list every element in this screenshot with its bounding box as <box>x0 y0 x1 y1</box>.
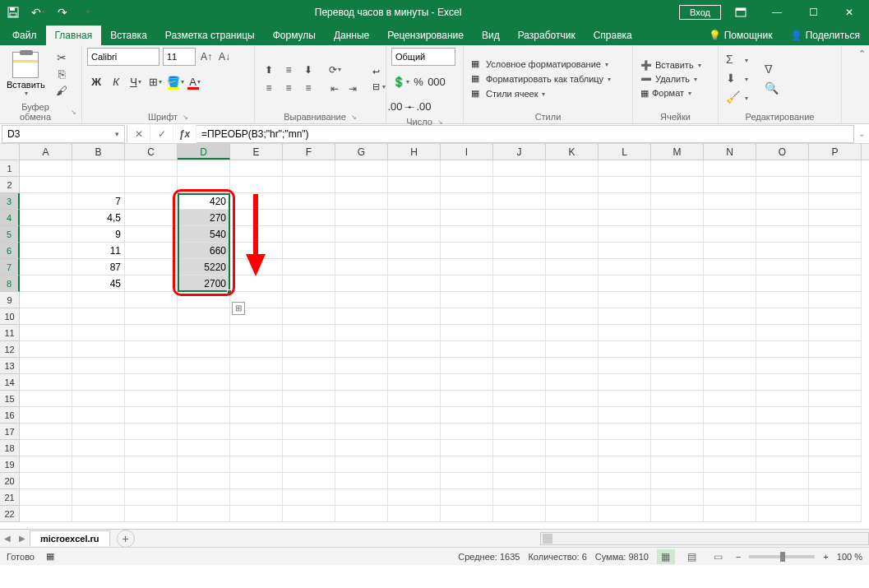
cell-D19[interactable] <box>178 456 230 473</box>
cell-L18[interactable] <box>599 440 651 456</box>
collapse-ribbon-button[interactable]: ⌃ <box>858 49 866 59</box>
cell-B8[interactable]: 45 <box>72 275 125 292</box>
cell-H16[interactable] <box>388 407 441 424</box>
fill-color-button[interactable]: 🪣▾ <box>166 72 184 90</box>
cell-O15[interactable] <box>756 391 809 407</box>
cell-L11[interactable] <box>599 325 651 341</box>
font-color-button[interactable]: A▾ <box>186 72 204 90</box>
enter-formula-button[interactable]: ✓ <box>150 125 173 143</box>
increase-indent-button[interactable]: ⇥ <box>344 81 362 97</box>
row-header-19[interactable]: 19 <box>0 456 20 473</box>
cell-E3[interactable] <box>230 193 283 210</box>
cell-P4[interactable] <box>809 210 862 226</box>
cell-D16[interactable] <box>178 407 230 424</box>
cell-I17[interactable] <box>441 424 493 440</box>
autofill-options-button[interactable]: ⊞ <box>232 302 245 315</box>
tab-home[interactable]: Главная <box>46 25 102 45</box>
col-header-L[interactable]: L <box>599 144 651 160</box>
cell-F16[interactable] <box>283 407 335 424</box>
format-as-table-button[interactable]: ▦Форматировать как таблицу▾ <box>469 72 613 86</box>
cell-D14[interactable] <box>178 374 230 391</box>
cell-F6[interactable] <box>283 243 335 259</box>
cell-F5[interactable] <box>283 226 335 243</box>
cell-K21[interactable] <box>546 489 599 506</box>
percent-button[interactable]: % <box>409 72 428 90</box>
cell-P11[interactable] <box>809 325 862 341</box>
col-header-C[interactable]: C <box>125 144 178 160</box>
cell-I4[interactable] <box>441 210 493 226</box>
row-header-13[interactable]: 13 <box>0 358 20 374</box>
cell-M15[interactable] <box>651 391 704 407</box>
cell-P3[interactable] <box>809 193 862 210</box>
cell-N15[interactable] <box>704 391 756 407</box>
cell-J12[interactable] <box>493 341 546 358</box>
cell-K20[interactable] <box>546 473 599 489</box>
cell-A1[interactable] <box>20 160 72 177</box>
cell-P14[interactable] <box>809 374 862 391</box>
cell-I18[interactable] <box>441 440 493 456</box>
cell-C10[interactable] <box>125 308 178 325</box>
comma-button[interactable]: 000 <box>428 72 446 90</box>
cell-C22[interactable] <box>125 506 178 522</box>
cell-D8[interactable]: 2700 <box>178 275 230 292</box>
row-header-16[interactable]: 16 <box>0 407 20 424</box>
cell-K8[interactable] <box>546 275 599 292</box>
cell-I21[interactable] <box>441 489 493 506</box>
cell-D18[interactable] <box>178 440 230 456</box>
cell-P21[interactable] <box>809 489 862 506</box>
cell-G7[interactable] <box>335 259 388 275</box>
row-header-14[interactable]: 14 <box>0 374 20 391</box>
cell-P1[interactable] <box>809 160 862 177</box>
currency-button[interactable]: 💲▾ <box>391 72 409 90</box>
cell-E7[interactable] <box>230 259 283 275</box>
cell-F3[interactable] <box>283 193 335 210</box>
cell-A10[interactable] <box>20 308 72 325</box>
cell-G13[interactable] <box>335 358 388 374</box>
cell-E6[interactable] <box>230 243 283 259</box>
cell-K13[interactable] <box>546 358 599 374</box>
cell-D5[interactable]: 540 <box>178 226 230 243</box>
cell-M21[interactable] <box>651 489 704 506</box>
row-header-6[interactable]: 6 <box>0 243 20 259</box>
cell-F15[interactable] <box>283 391 335 407</box>
decrease-font-button[interactable]: A↓ <box>217 48 232 66</box>
cell-L20[interactable] <box>599 473 651 489</box>
row-header-2[interactable]: 2 <box>0 177 20 193</box>
cell-C19[interactable] <box>125 456 178 473</box>
cell-N9[interactable] <box>704 292 756 308</box>
borders-button[interactable]: ⊞▾ <box>146 72 164 90</box>
col-header-N[interactable]: N <box>704 144 756 160</box>
view-page-break-button[interactable]: ▭ <box>710 549 728 564</box>
cell-E12[interactable] <box>230 341 283 358</box>
cell-B5[interactable]: 9 <box>72 226 125 243</box>
cell-O19[interactable] <box>756 456 809 473</box>
cell-C18[interactable] <box>125 440 178 456</box>
cell-B6[interactable]: 11 <box>72 243 125 259</box>
cell-N6[interactable] <box>704 243 756 259</box>
cell-H9[interactable] <box>388 292 441 308</box>
orientation-button[interactable]: ⟳▾ <box>326 62 344 78</box>
cell-K5[interactable] <box>546 226 599 243</box>
cell-H22[interactable] <box>388 506 441 522</box>
col-header-J[interactable]: J <box>493 144 546 160</box>
cell-O7[interactable] <box>756 259 809 275</box>
cell-K6[interactable] <box>546 243 599 259</box>
cell-I8[interactable] <box>441 275 493 292</box>
cell-H12[interactable] <box>388 341 441 358</box>
cell-I1[interactable] <box>441 160 493 177</box>
cell-H1[interactable] <box>388 160 441 177</box>
tab-developer[interactable]: Разработчик <box>509 25 585 45</box>
cell-L14[interactable] <box>599 374 651 391</box>
tab-formulas[interactable]: Формулы <box>264 25 325 45</box>
cell-N16[interactable] <box>704 407 756 424</box>
cell-O11[interactable] <box>756 325 809 341</box>
sheet-tab[interactable]: microexcel.ru <box>30 530 110 546</box>
col-header-D[interactable]: D <box>178 144 230 160</box>
cell-D9[interactable] <box>178 292 230 308</box>
wrap-text-button[interactable]: ↩ <box>370 66 388 78</box>
cell-M3[interactable] <box>651 193 704 210</box>
cell-E16[interactable] <box>230 407 283 424</box>
cell-H13[interactable] <box>388 358 441 374</box>
macro-record-icon[interactable]: ▦ <box>46 551 54 562</box>
cell-G16[interactable] <box>335 407 388 424</box>
